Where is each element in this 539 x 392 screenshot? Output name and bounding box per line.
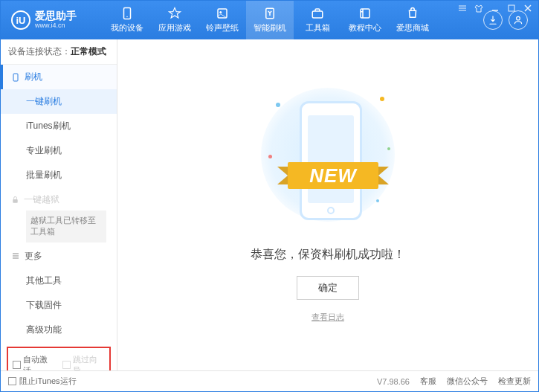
version-label: V7.98.66 (377, 377, 410, 386)
new-ribbon-icon: NEW (277, 153, 389, 198)
view-log-link[interactable]: 查看日志 (312, 312, 344, 323)
sidebar-item-other-tools[interactable]: 其他工具 (1, 269, 117, 293)
sidebar-item-advanced[interactable]: 高级功能 (1, 318, 117, 342)
list-icon (11, 251, 20, 260)
sidebar-section-more[interactable]: 更多 (1, 244, 117, 269)
svg-rect-8 (509, 5, 514, 11)
nav-icon (262, 7, 277, 20)
nav-icon (405, 7, 420, 20)
ok-button[interactable]: 确定 (297, 276, 359, 300)
app-logo: iU 爱思助手 www.i4.cn (7, 10, 103, 30)
check-update-link[interactable]: 检查更新 (498, 376, 531, 387)
sidebar-section-jailbreak: 一键越狱 (1, 187, 117, 209)
phone-icon (11, 73, 20, 82)
svg-point-3 (219, 11, 222, 13)
checkbox-skip-guide: 跳过向导 (62, 354, 105, 370)
nav-tab-1[interactable]: 应用游戏 (151, 1, 199, 39)
svg-rect-9 (13, 74, 18, 81)
close-button[interactable] (523, 3, 533, 13)
nav-tab-2[interactable]: 铃声壁纸 (199, 1, 246, 39)
lock-icon (11, 196, 19, 204)
sidebar-item-oneclick-flash[interactable]: 一键刷机 (1, 89, 117, 114)
svg-marker-13 (377, 167, 389, 184)
sidebar-section-flash[interactable]: 刷机 (1, 65, 117, 89)
svg-rect-5 (312, 11, 323, 18)
nav-tab-0[interactable]: 我的设备 (103, 1, 151, 39)
logo-icon: iU (11, 10, 30, 30)
jailbreak-moved-note: 越狱工具已转移至工具箱 (26, 211, 106, 242)
nav-tab-5[interactable]: 教程中心 (341, 1, 389, 39)
svg-rect-10 (13, 199, 17, 203)
maximize-button[interactable] (506, 3, 517, 13)
nav-tab-4[interactable]: 工具箱 (294, 1, 341, 39)
sidebar-item-itunes-flash[interactable]: iTunes刷机 (1, 114, 117, 138)
sidebar-item-pro-flash[interactable]: 专业刷机 (1, 138, 117, 163)
nav-icon (167, 7, 182, 20)
svg-rect-2 (218, 9, 227, 18)
svg-point-7 (517, 16, 520, 20)
success-message: 恭喜您，保资料刷机成功啦！ (251, 247, 405, 263)
app-site: www.i4.cn (35, 22, 77, 30)
sidebar-item-download-firmware[interactable]: 下载固件 (1, 293, 117, 318)
connection-status: 设备连接状态：正常模式 (1, 39, 117, 65)
nav-tab-3[interactable]: 智能刷机 (246, 1, 294, 39)
app-title: 爱思助手 (35, 10, 77, 22)
wechat-link[interactable]: 微信公众号 (447, 376, 488, 387)
sidebar-item-batch-flash[interactable]: 批量刷机 (1, 163, 117, 187)
svg-marker-12 (277, 167, 289, 184)
support-link[interactable]: 客服 (420, 376, 436, 387)
svg-point-1 (126, 16, 128, 18)
minimize-button[interactable] (490, 3, 500, 13)
nav-icon (358, 7, 372, 20)
nav-tabs: 我的设备应用游戏铃声壁纸智能刷机工具箱教程中心爱思商城 (103, 1, 476, 39)
checkbox-auto-activate[interactable]: 自动激活 (13, 354, 55, 370)
nav-icon (215, 7, 230, 20)
svg-text:NEW: NEW (309, 164, 358, 187)
checkbox-block-itunes[interactable]: 阻止iTunes运行 (8, 376, 77, 387)
highlighted-options-box: 自动激活 跳过向导 (7, 347, 111, 370)
svg-rect-6 (361, 9, 369, 18)
skin-icon[interactable] (474, 3, 484, 13)
menu-icon[interactable] (457, 3, 468, 13)
success-illustration: NEW (268, 88, 387, 237)
nav-icon (120, 7, 135, 20)
nav-tab-6[interactable]: 爱思商城 (389, 1, 436, 39)
nav-icon (310, 7, 325, 20)
